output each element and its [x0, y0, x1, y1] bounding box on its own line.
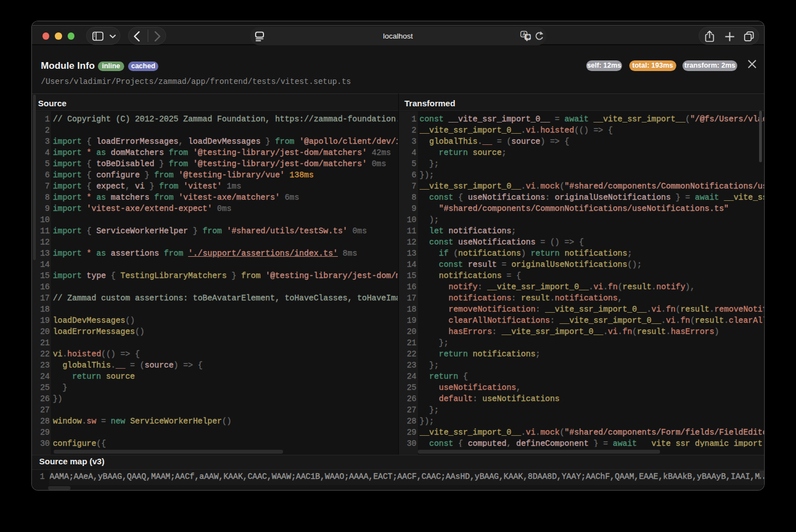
svg-text:✱: ✱	[526, 34, 530, 40]
